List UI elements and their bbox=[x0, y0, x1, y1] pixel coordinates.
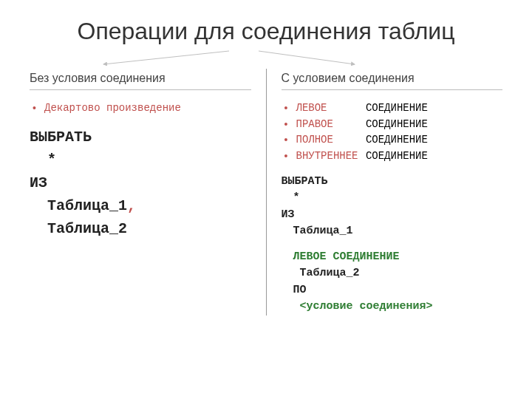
kw-on: ПО bbox=[282, 282, 307, 299]
slide-title: Операции для соединения таблиц bbox=[30, 18, 502, 45]
join-type-item: ПРАВОЕ СОЕДИНЕНИЕ bbox=[282, 117, 503, 133]
right-column: С условием соединения ЛЕВОЕ СОЕДИНЕНИЕ П… bbox=[266, 69, 503, 316]
left-bullet-item: Декартово произведение bbox=[30, 100, 251, 117]
left-divider bbox=[30, 89, 251, 90]
svg-line-0 bbox=[103, 51, 229, 64]
title-arrows bbox=[30, 50, 502, 66]
code-cond: <условие соединения> bbox=[282, 299, 433, 316]
code-t1: Таблица_1 bbox=[282, 223, 353, 240]
right-code: ВЫБРАТЬ * ИЗ Таблица_1 ЛЕВОЕ СОЕДИНЕНИЕ … bbox=[282, 174, 503, 316]
left-bullet-text: Декартово произведение bbox=[44, 102, 181, 114]
left-code: ВЫБРАТЬ * ИЗ Таблица_1, Таблица_2 bbox=[30, 126, 251, 240]
code-star: * bbox=[282, 190, 300, 207]
kw-select: ВЫБРАТЬ bbox=[282, 174, 503, 191]
code-star: * bbox=[30, 149, 56, 171]
join-type-item: ВНУТРЕННЕЕ СОЕДИНЕНИЕ bbox=[282, 149, 503, 165]
join-type-item: ЛЕВОЕ СОЕДИНЕНИЕ bbox=[282, 100, 503, 117]
kw-select: ВЫБРАТЬ bbox=[30, 126, 251, 149]
join-type-item: ПОЛНОЕ СОЕДИНЕНИЕ bbox=[282, 132, 503, 149]
left-column: Без условия соединения Декартово произве… bbox=[30, 69, 266, 316]
right-heading: С условием соединения bbox=[282, 72, 503, 85]
code-t2: Таблица_2 bbox=[282, 265, 360, 282]
kw-from: ИЗ bbox=[282, 207, 503, 224]
right-divider bbox=[282, 89, 503, 90]
left-bullet-list: Декартово произведение bbox=[30, 100, 251, 117]
columns: Без условия соединения Декартово произве… bbox=[30, 69, 502, 316]
code-t1: Таблица_1, bbox=[30, 194, 136, 217]
comma: , bbox=[127, 197, 136, 214]
svg-line-1 bbox=[259, 51, 355, 64]
kw-from: ИЗ bbox=[30, 171, 251, 194]
code-t2: Таблица_2 bbox=[30, 217, 127, 240]
join-types-list: ЛЕВОЕ СОЕДИНЕНИЕ ПРАВОЕ СОЕДИНЕНИЕ ПОЛНО… bbox=[282, 100, 503, 165]
left-heading: Без условия соединения bbox=[30, 72, 251, 85]
code-join: ЛЕВОЕ СОЕДИНЕНИЕ bbox=[282, 249, 400, 266]
